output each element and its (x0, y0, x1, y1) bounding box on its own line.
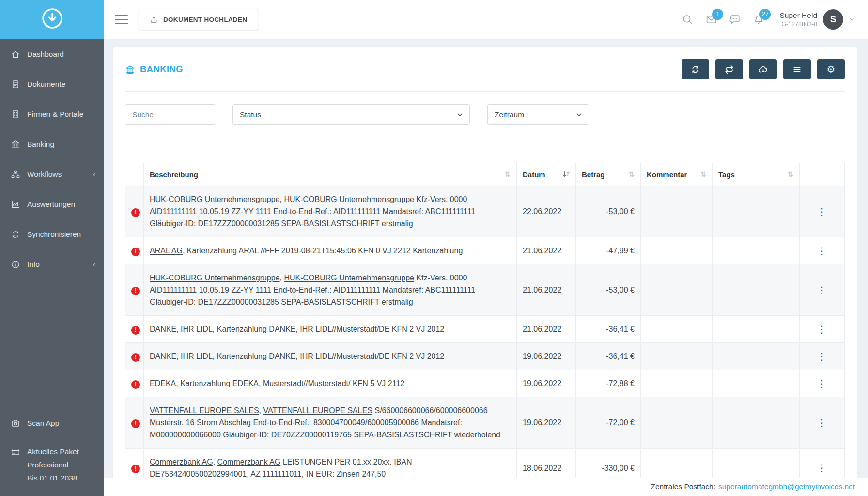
status-select[interactable]: Status (232, 104, 470, 125)
sidebar-item-label: Scan App (27, 419, 95, 428)
table-row: ! HUK-COBURG Unternehmensgruppe, HUK-COB… (125, 186, 845, 237)
description-text: , Musterstadt//Musterstadt/ KFN 5 VJ 211… (259, 379, 404, 388)
description-link[interactable]: HUK-COBURG Unternehmensgruppe (150, 195, 280, 203)
description-cell: HUK-COBURG Unternehmensgruppe, HUK-COBUR… (144, 186, 517, 237)
sidebar-item-label: Workflows (27, 170, 86, 179)
user-name: Super Held (779, 11, 817, 20)
zeitraum-select-label: Zeitraum (495, 110, 524, 119)
sidebar-item-info[interactable]: Info ‹ (0, 249, 104, 279)
menu-toggle-button[interactable] (115, 15, 128, 24)
description-link[interactable]: DANKE, IHR LIDL (150, 352, 213, 360)
tags-cell (713, 370, 800, 397)
sidebar-item-banking[interactable]: Banking (0, 129, 104, 159)
chat-button[interactable] (729, 14, 741, 26)
bank-icon (125, 64, 135, 75)
column-header-tags[interactable]: Tags ⇅ (713, 163, 800, 186)
messages-badge: 1 (712, 9, 723, 20)
description-cell: DANKE, IHR LIDL, Kartenzahlung DANKE, IH… (144, 343, 517, 370)
tags-cell (713, 316, 800, 343)
settings-button[interactable]: ⚙ (817, 59, 845, 79)
actions-cell: ⋮ (800, 186, 845, 237)
transfer-button[interactable] (715, 59, 743, 79)
description-link[interactable]: Commerzbank AG (150, 458, 213, 466)
amount-cell: -72,88 € (576, 370, 641, 397)
column-header-betrag[interactable]: Betrag ⇅ (576, 163, 641, 186)
bank-icon (11, 140, 20, 149)
credit-card-icon (11, 447, 20, 457)
sidebar-item-scan-app[interactable]: Scan App (0, 408, 104, 438)
description-link[interactable]: HUK-COBURG Unternehmensgruppe (150, 274, 280, 282)
description-cell: HUK-COBURG Unternehmensgruppe, HUK-COBUR… (144, 264, 517, 316)
row-menu-button[interactable]: ⋮ (806, 418, 838, 428)
upload-document-button[interactable]: DOKUMENT HOCHLADEN (139, 9, 258, 30)
description-link[interactable]: HUK-COBURG Unternehmensgruppe (284, 195, 414, 203)
sort-icon: ⇅ (700, 170, 706, 178)
row-menu-button[interactable]: ⋮ (806, 351, 838, 362)
alert-icon: ! (131, 248, 140, 256)
sidebar-item-auswertungen[interactable]: Auswertungen (0, 189, 104, 219)
row-menu-button[interactable]: ⋮ (806, 285, 838, 295)
description-link[interactable]: EDEKA (150, 379, 176, 388)
row-menu-button[interactable]: ⋮ (806, 246, 838, 256)
row-menu-button[interactable]: ⋮ (806, 378, 838, 389)
refresh-button[interactable] (682, 59, 709, 79)
sidebar-item-dokumente[interactable]: Dokumente (0, 69, 104, 99)
app-logo[interactable] (0, 0, 104, 39)
messages-button[interactable]: 1 (705, 14, 717, 26)
description-link[interactable]: HUK-COBURG Unternehmensgruppe (284, 274, 414, 282)
table-row: ! DANKE, IHR LIDL, Kartenzahlung DANKE, … (125, 343, 845, 370)
select-chevron-icon (457, 113, 463, 117)
search-input[interactable] (125, 104, 216, 125)
column-header-beschreibung[interactable]: Beschreibung ⇅ (144, 163, 517, 186)
tags-cell (713, 343, 800, 370)
status-select-label: Status (240, 110, 261, 119)
alert-icon: ! (131, 353, 140, 362)
notifications-button[interactable]: 27 (753, 14, 765, 26)
sidebar-item-dashboard[interactable]: Dashboard (0, 39, 104, 69)
description-link[interactable]: DANKE, IHR LIDL (269, 325, 332, 333)
row-menu-button[interactable]: ⋮ (806, 206, 838, 217)
zeitraum-select[interactable]: Zeitraum (487, 104, 589, 125)
table-row: ! ARAL AG, Kartenzahlung ARAL //FFF 2019… (125, 237, 845, 264)
description-link[interactable]: DANKE, IHR LIDL (150, 325, 213, 333)
description-link[interactable]: DANKE, IHR LIDL (269, 352, 332, 360)
description-link[interactable]: EDEKA (232, 379, 259, 388)
row-menu-button[interactable]: ⋮ (806, 324, 838, 335)
description-link[interactable]: ARAL AG (150, 247, 183, 255)
sidebar-item-synchronisieren[interactable]: Synchronisieren (0, 219, 104, 249)
amount-cell: -72,00 € (576, 397, 641, 449)
comment-cell (641, 343, 713, 370)
user-menu[interactable]: Super Held G-1278803-0 S (779, 9, 855, 30)
central-mailbox-link[interactable]: superautomategmbh@getmyinvoices.net (718, 482, 855, 491)
row-menu-button[interactable]: ⋮ (806, 463, 838, 473)
upload-button-label: DOKUMENT HOCHLADEN (163, 16, 247, 23)
tags-cell (713, 186, 800, 237)
column-label: Betrag (582, 170, 605, 179)
column-label: Kommentar (647, 170, 687, 179)
sidebar-item-firmen-portale[interactable]: Firmen & Portale (0, 99, 104, 129)
sidebar-item-label: Synchronisieren (27, 230, 95, 239)
chat-icon (729, 14, 741, 26)
notifications-badge: 27 (760, 9, 771, 20)
actions-cell: ⋮ (800, 397, 845, 449)
status-cell: ! (125, 343, 144, 370)
description-link[interactable]: Commerzbank AG (217, 458, 281, 466)
description-text: //Musterstadt/DE KFN 2 VJ 2012 (332, 325, 444, 333)
status-cell: ! (125, 237, 144, 264)
column-header-datum[interactable]: Datum (517, 163, 576, 186)
amount-cell: -36,41 € (576, 343, 641, 370)
sitemap-icon (11, 170, 20, 179)
download-button[interactable] (749, 59, 777, 79)
description-link[interactable]: VATTENFALL EUROPE SALES (263, 406, 372, 415)
description-link[interactable]: VATTENFALL EUROPE SALES (150, 406, 259, 415)
search-button[interactable] (682, 14, 694, 26)
list-view-button[interactable] (783, 59, 811, 79)
sidebar-item-workflows[interactable]: Workflows ‹ (0, 159, 104, 189)
column-header-kommentar[interactable]: Kommentar ⇅ (641, 163, 713, 186)
info-icon (11, 260, 20, 269)
comment-cell (641, 370, 713, 397)
date-cell: 19.06.2022 (517, 397, 576, 449)
status-cell: ! (125, 397, 144, 449)
status-cell: ! (125, 264, 144, 316)
divider (125, 91, 845, 92)
